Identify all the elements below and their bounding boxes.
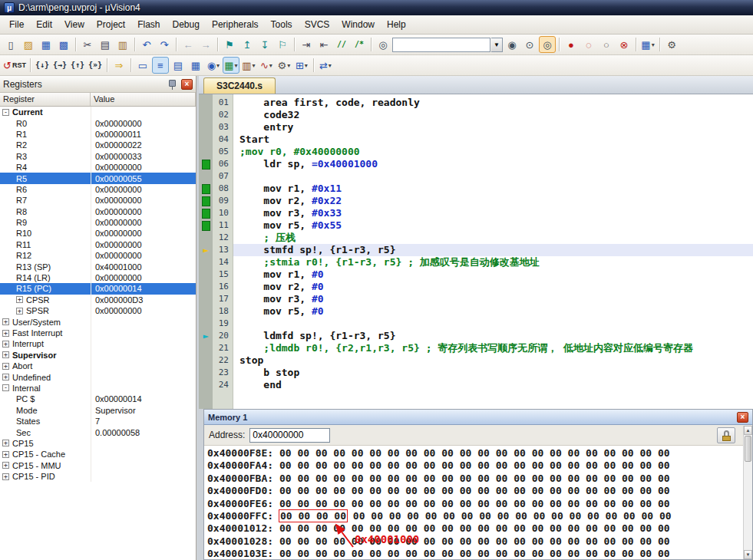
code-editor[interactable]: 01 area first, code, readonly02 code3203…	[199, 94, 753, 409]
register-row[interactable]: ModeSupervisor	[0, 405, 196, 416]
register-row[interactable]: R100x00000000	[0, 228, 196, 239]
symbol-window-button[interactable]: ▤	[170, 57, 187, 74]
watch-window-button[interactable]: ◉▾	[205, 57, 222, 74]
scroll-down-icon[interactable]: ▼	[744, 550, 752, 559]
value-column-label[interactable]: Value	[91, 93, 196, 106]
code-line[interactable]: 03 entry	[199, 121, 753, 133]
step-over-button[interactable]: {→}	[51, 57, 68, 74]
code-line[interactable]: 08 mov r1, #0x11	[199, 183, 753, 195]
register-row[interactable]: +CP15 - PID	[0, 471, 196, 482]
chevron-down-icon[interactable]: ▾	[287, 62, 290, 69]
chevron-down-icon[interactable]: ▾	[216, 62, 220, 69]
register-row[interactable]: -Internal	[0, 383, 196, 394]
register-row[interactable]: R40x00000000	[0, 162, 196, 173]
chevron-down-icon[interactable]: ▾	[329, 62, 332, 69]
register-row[interactable]: R110x00000000	[0, 239, 196, 250]
code-line[interactable]: 14 ;stmia r0!, {r1-r3, r5} ; 加感叹号是自动修改基地…	[199, 256, 753, 268]
step-out-button[interactable]: {↑}	[69, 57, 86, 74]
register-row[interactable]: R60x00000000	[0, 184, 196, 195]
run-to-cursor-button[interactable]: {»}	[87, 57, 104, 74]
find-button[interactable]: ◉	[504, 36, 520, 53]
menu-view[interactable]: View	[58, 16, 91, 33]
scrollbar-thumb[interactable]	[745, 436, 751, 462]
tree-expander-icon[interactable]: -	[2, 109, 9, 116]
serial-window-button[interactable]: ▥▾	[240, 57, 257, 74]
register-row[interactable]: +Abort	[0, 361, 196, 371]
register-row[interactable]: R10x00000011	[0, 129, 196, 140]
cut-button[interactable]: ✂	[79, 36, 96, 53]
register-row[interactable]: +CP15	[0, 438, 196, 449]
copy-button[interactable]: ▤	[97, 36, 114, 53]
indent-button[interactable]: ⇥	[298, 36, 315, 53]
kill-all-breakpoints-button[interactable]: ⊗	[616, 36, 632, 53]
tree-expander-icon[interactable]: +	[2, 374, 9, 380]
register-row[interactable]: R14 (LR)0x00000000	[0, 272, 196, 283]
pin-icon[interactable]	[166, 78, 178, 91]
code-line[interactable]: 04Start	[199, 133, 753, 146]
registers-close-button[interactable]: ×	[181, 79, 193, 90]
menu-edit[interactable]: Edit	[30, 16, 58, 33]
uncomment-button[interactable]: /*	[351, 36, 368, 53]
toolbox-button[interactable]: ⊞▾	[293, 57, 310, 74]
registers-window-button[interactable]: ▦	[187, 57, 204, 74]
tree-expander-icon[interactable]: +	[2, 462, 9, 469]
code-line[interactable]: ►20 ldmfd sp!, {r1-r3, r5}	[199, 330, 753, 342]
comment-button[interactable]: //	[333, 36, 350, 53]
register-row[interactable]: R120x00000000	[0, 250, 196, 261]
tree-expander-icon[interactable]: -	[2, 384, 9, 391]
chevron-down-icon[interactable]: ▾	[652, 41, 655, 48]
clear-bookmarks-button[interactable]: ⚐	[274, 36, 291, 53]
register-row[interactable]: R00x00000000	[0, 117, 196, 128]
memory-hex-view[interactable]: 0x40000F8E: 00 00 00 00 00 00 00 00 00 0…	[204, 446, 752, 559]
menu-peripherals[interactable]: Peripherals	[206, 16, 265, 33]
tree-expander-icon[interactable]: +	[2, 351, 9, 358]
register-row[interactable]: +CP15 - Cache	[0, 449, 196, 460]
tree-expander-icon[interactable]: +	[2, 341, 9, 348]
command-window-button[interactable]: ▭	[134, 57, 151, 74]
navigate-back-button[interactable]: ←	[180, 36, 197, 53]
prev-bookmark-button[interactable]: ↥	[239, 36, 256, 53]
tree-expander-icon[interactable]: +	[16, 296, 23, 303]
tree-expander-icon[interactable]: +	[2, 318, 9, 325]
tab-s3c2440[interactable]: S3C2440.s	[203, 77, 276, 94]
menu-project[interactable]: Project	[91, 16, 131, 33]
new-file-button[interactable]: ▯	[2, 36, 19, 53]
code-line[interactable]: 05;mov r0, #0x40000000	[199, 146, 753, 158]
register-row[interactable]: -Current	[0, 107, 196, 117]
code-line[interactable]: 16 mov r2, #0	[199, 281, 753, 293]
menu-window[interactable]: Window	[335, 16, 381, 33]
goto-next-statement-button[interactable]: ⇒	[111, 57, 127, 74]
undo-button[interactable]: ↶	[138, 36, 155, 53]
code-line[interactable]: 15 mov r1, #0	[199, 268, 753, 281]
scroll-up-icon[interactable]: ▲	[744, 426, 752, 435]
code-line[interactable]: 22stop	[199, 354, 753, 367]
tree-expander-icon[interactable]: +	[2, 451, 9, 458]
disassembly-window-button[interactable]: ≡	[152, 57, 169, 74]
register-row[interactable]: Sec0.00000058	[0, 427, 196, 437]
memory-scrollbar[interactable]: ▲ ▼	[743, 426, 752, 559]
register-column-label[interactable]: Register	[0, 93, 91, 106]
chevron-down-icon[interactable]: ▾	[305, 62, 308, 69]
lock-button[interactable]	[717, 427, 735, 443]
code-line[interactable]: 07	[199, 170, 753, 183]
tree-expander-icon[interactable]: +	[2, 440, 9, 446]
chevron-down-icon[interactable]: ▾	[235, 62, 238, 69]
search-highlight-button[interactable]: ◎	[539, 36, 556, 53]
incremental-find-button[interactable]: ⊙	[521, 36, 538, 53]
register-row[interactable]: R90x00000000	[0, 217, 196, 228]
reset-button[interactable]: ↺RST	[2, 57, 27, 74]
navigate-forward-button[interactable]: →	[197, 36, 214, 53]
window-views-button[interactable]: ▦▾	[639, 36, 656, 53]
code-line[interactable]: 02 code32	[199, 109, 753, 121]
code-line[interactable]: 10 mov r3, #0x33	[199, 207, 753, 219]
code-line[interactable]: 12 ; 压栈	[199, 232, 753, 244]
register-row[interactable]: R15 (PC)0x00000014	[0, 283, 196, 294]
tree-expander-icon[interactable]: +	[2, 330, 9, 337]
register-row[interactable]: R20x00000022	[0, 140, 196, 150]
paste-button[interactable]: ▥	[114, 36, 131, 53]
register-row[interactable]: R80x00000000	[0, 206, 196, 217]
register-row[interactable]: +SPSR0x00000000	[0, 305, 196, 316]
code-line[interactable]: 23 b stop	[199, 367, 753, 379]
register-row[interactable]: R30x00000033	[0, 151, 196, 162]
menu-file[interactable]: File	[3, 16, 30, 33]
